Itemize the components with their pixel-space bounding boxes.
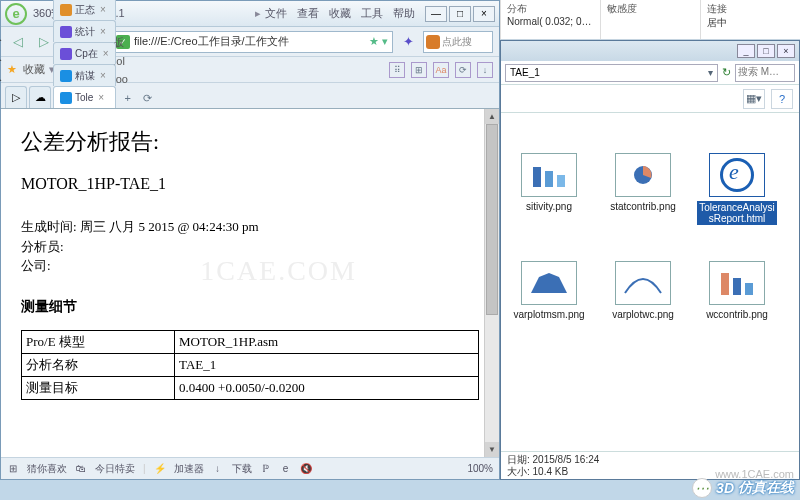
menu-帮助[interactable]: 帮助 xyxy=(393,6,415,21)
tab-统计[interactable]: 统计× xyxy=(53,20,116,42)
svg-rect-2 xyxy=(557,175,565,187)
col-conn-h: 连接 xyxy=(707,2,794,16)
fav-label[interactable]: 收藏 xyxy=(23,62,45,77)
file-name: varplotmsm.png xyxy=(513,309,584,320)
tab-close-icon[interactable]: × xyxy=(100,4,106,15)
svg-rect-6 xyxy=(745,283,753,295)
file-sitivity.png[interactable]: sitivity.png xyxy=(509,153,589,243)
file-varplotmsm.png[interactable]: varplotmsm.png xyxy=(509,261,589,351)
tab-精谋[interactable]: 精谋× xyxy=(53,64,116,86)
scroll-down-icon[interactable]: ▼ xyxy=(485,442,499,457)
explorer-titlebar[interactable]: _ □ × xyxy=(501,41,799,61)
toolbar-icon-3[interactable]: Aa xyxy=(433,62,449,78)
explorer-window: _ □ × TAE_1▾ ↻ 搜索 M… ▦▾ ? sitivity.pngst… xyxy=(500,40,800,480)
cloud-tab[interactable]: ☁ xyxy=(29,86,51,108)
table-row: 测量目标0.0400 +0.0050/-0.0200 xyxy=(22,376,479,399)
file-statcontrib.png[interactable]: statcontrib.png xyxy=(603,153,683,243)
browser-statusbar: ⊞ 猜你喜欢 🛍 今日特卖 | ⚡ 加速器 ↓ 下载 ℙ e 🔇 100% xyxy=(1,457,499,479)
tab-bar: ▷ ☁ 正态×统计×Cp在×精谋×Tole× + ⟳ xyxy=(1,83,499,109)
stats-header: 分布Normal( 0.032; 0… 敏感度 连接居中 xyxy=(500,0,800,40)
tab-Cp在[interactable]: Cp在× xyxy=(53,42,116,64)
address-bar[interactable]: ✓ file:///E:/Creo工作目录/工作文件 ★ ▾ xyxy=(111,31,393,53)
forward-button[interactable]: ▷ xyxy=(33,31,55,53)
file-name: ToleranceAnalysisReport.html xyxy=(697,201,777,225)
menu-文件[interactable]: 文件 xyxy=(265,6,287,21)
section-heading: 测量细节 xyxy=(21,298,479,316)
file-name: sitivity.png xyxy=(526,201,572,212)
menu-查看[interactable]: 查看 xyxy=(297,6,319,21)
search-box[interactable]: 点此搜 xyxy=(423,31,493,53)
tab-close-icon[interactable]: × xyxy=(100,26,106,37)
status-speed-icon[interactable]: ⚡ xyxy=(154,463,166,475)
toolbar-icon-1[interactable]: ⠿ xyxy=(389,62,405,78)
menu-工具[interactable]: 工具 xyxy=(361,6,383,21)
scroll-up-icon[interactable]: ▲ xyxy=(485,109,499,124)
table-row: Pro/E 模型MOTOR_1HP.asm xyxy=(22,330,479,353)
file-name: statcontrib.png xyxy=(610,201,676,212)
paw-icon xyxy=(426,35,440,49)
status-e-icon[interactable]: e xyxy=(280,463,292,475)
report-subtitle: MOTOR_1HP-TAE_1 xyxy=(21,175,479,193)
col-dist-v: Normal( 0.032; 0… xyxy=(507,16,594,27)
svg-rect-0 xyxy=(533,167,541,187)
file-ToleranceAnalysisReport.html[interactable]: ToleranceAnalysisReport.html xyxy=(697,153,777,243)
col-dist-h: 分布 xyxy=(507,2,594,16)
tab-close-icon[interactable]: × xyxy=(98,92,104,103)
page-scrollbar[interactable]: ▲ ▼ xyxy=(484,109,499,457)
tab-icon xyxy=(60,48,72,60)
explorer-max-icon[interactable]: □ xyxy=(757,44,775,58)
new-tab-button[interactable]: + xyxy=(118,88,138,108)
explorer-min-icon[interactable]: _ xyxy=(737,44,755,58)
help-icon[interactable]: ? xyxy=(771,89,793,109)
toolbar-icon-2[interactable]: ⊞ xyxy=(411,62,427,78)
toolbar-icon-5[interactable]: ↓ xyxy=(477,62,493,78)
status-item-1[interactable]: 今日特卖 xyxy=(95,462,135,476)
tab-icon xyxy=(60,92,72,104)
svg-rect-5 xyxy=(733,278,741,295)
min-icon[interactable]: — xyxy=(425,6,447,22)
ext-icon[interactable]: ✦ xyxy=(397,31,419,53)
tab-正态[interactable]: 正态× xyxy=(53,0,116,20)
file-thumb xyxy=(615,261,671,305)
scroll-thumb[interactable] xyxy=(486,124,498,315)
toolbar-icon-4[interactable]: ⟳ xyxy=(455,62,471,78)
status-item-0[interactable]: 猜你喜欢 xyxy=(27,462,67,476)
tab-icon xyxy=(60,70,72,82)
menu-chevron-icon[interactable]: ▸ xyxy=(255,7,261,20)
file-wccontrib.png[interactable]: wccontrib.png xyxy=(697,261,777,351)
status-dl-icon[interactable]: ↓ xyxy=(212,463,224,475)
status-sale-icon[interactable]: 🛍 xyxy=(75,463,87,475)
file-name: varplotwc.png xyxy=(612,309,674,320)
file-thumb xyxy=(521,261,577,305)
max-icon[interactable]: □ xyxy=(449,6,471,22)
explorer-address[interactable]: TAE_1▾ xyxy=(505,64,718,82)
tab-close-icon[interactable]: × xyxy=(103,48,109,59)
explorer-refresh-icon[interactable]: ↻ xyxy=(722,66,731,79)
browser-logo-icon: e xyxy=(5,3,27,25)
status-mute-icon[interactable]: 🔇 xyxy=(300,463,312,475)
file-varplotwc.png[interactable]: varplotwc.png xyxy=(603,261,683,351)
status-p-icon[interactable]: ℙ xyxy=(260,463,272,475)
explorer-addrbar: TAE_1▾ ↻ 搜索 M… xyxy=(501,61,799,85)
status-item-3[interactable]: 下载 xyxy=(232,462,252,476)
explorer-search[interactable]: 搜索 M… xyxy=(735,64,795,82)
svg-rect-4 xyxy=(721,273,729,295)
left-fragment: ▸▸▸ xyxy=(0,30,14,89)
explorer-toolbar: ▦▾ ? xyxy=(501,85,799,113)
report-meta: 生成时间: 周三 八月 5 2015 @ 04:24:30 pm 分析员: 公司… xyxy=(21,217,479,276)
tab-close-icon[interactable]: × xyxy=(100,70,106,81)
col-sens-h: 敏感度 xyxy=(607,2,694,16)
status-grid-icon[interactable]: ⊞ xyxy=(7,463,19,475)
tab-menu-icon[interactable]: ⟳ xyxy=(138,88,158,108)
browser-menu: 文件查看收藏工具帮助 xyxy=(265,6,415,21)
status-item-2[interactable]: 加速器 xyxy=(174,462,204,476)
menu-收藏[interactable]: 收藏 xyxy=(329,6,351,21)
view-mode-icon[interactable]: ▦▾ xyxy=(743,89,765,109)
explorer-close-icon[interactable]: × xyxy=(777,44,795,58)
explorer-body[interactable]: sitivity.pngstatcontrib.pngToleranceAnal… xyxy=(501,113,799,451)
status-zoom[interactable]: 100% xyxy=(467,463,493,474)
tab-Tole[interactable]: Tole× xyxy=(53,86,116,108)
col-conn-v: 居中 xyxy=(707,16,794,30)
file-thumb xyxy=(615,153,671,197)
close-icon[interactable]: × xyxy=(473,6,495,22)
